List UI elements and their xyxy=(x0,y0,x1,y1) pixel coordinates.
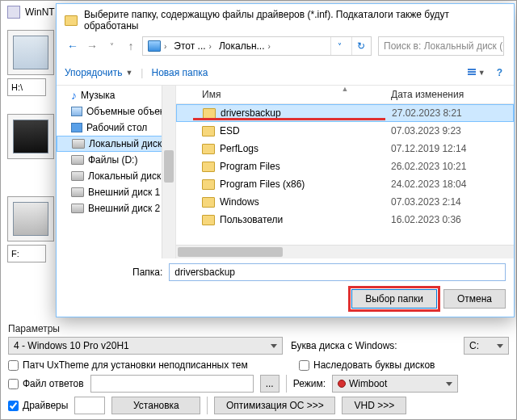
folder-date: 07.03.2023 9:23 xyxy=(385,125,514,136)
organize-button[interactable]: Упорядочить ▼ xyxy=(65,67,132,78)
column-date[interactable]: Дата изменения xyxy=(385,86,514,103)
optimize-button[interactable]: Оптимизация ОС >>> xyxy=(214,397,335,414)
edition-dropdown[interactable]: 4 - Windows 10 Pro v20H1 xyxy=(8,337,283,355)
folder-row[interactable]: Пользователи16.02.2023 0:36 xyxy=(176,211,514,229)
answer-file-input[interactable] xyxy=(90,375,254,393)
folder-icon xyxy=(202,162,215,172)
folder-icon xyxy=(202,197,215,208)
list-scrollbar-horizontal[interactable] xyxy=(176,245,514,258)
nav-recent-button[interactable]: ˅ xyxy=(103,38,120,54)
tree-item[interactable]: ♪Музыка xyxy=(57,87,175,103)
folder-row[interactable]: ESD07.03.2023 9:23 xyxy=(176,122,514,140)
folder-field-label: Папка: xyxy=(65,267,162,278)
drive-letter-label: Буква диска с Windows: xyxy=(291,340,397,351)
drivers-checkbox[interactable]: Драйверы xyxy=(8,400,68,411)
uxtheme-checkbox[interactable]: Патч UxTheme для установки неподписанных… xyxy=(8,359,248,371)
device-drive2-dropdown[interactable]: F: xyxy=(7,245,46,262)
app-icon xyxy=(7,6,20,19)
tree-item-label: Файлы (D:) xyxy=(88,154,137,166)
folder-icon xyxy=(202,179,215,190)
tree-item-label: Локальный диск ( xyxy=(88,170,167,182)
device-drive-dropdown[interactable]: H:\ xyxy=(7,78,46,96)
tree-item[interactable]: Внешний диск 2 ( xyxy=(57,200,175,216)
folder-name: PerfLogs xyxy=(220,143,258,154)
cancel-button[interactable]: Отмена xyxy=(443,289,506,309)
folder-name: Program Files (x86) xyxy=(220,178,305,190)
folder-row[interactable]: Program Files (x86)24.02.2023 18:04 xyxy=(176,175,514,193)
drive-icon xyxy=(72,139,85,149)
tree-item-label: Внешний диск 2 ( xyxy=(88,203,166,214)
folder-row[interactable]: PerfLogs07.12.2019 12:14 xyxy=(176,140,514,158)
folder-name: Windows xyxy=(220,196,259,208)
folder-name: Пользователи xyxy=(220,214,283,225)
vhd-button[interactable]: VHD >>> xyxy=(342,397,406,414)
tree-item[interactable]: Локальный диск ( xyxy=(57,136,175,152)
nav-up-button[interactable]: ↑ xyxy=(123,38,139,54)
folder-date: 26.02.2023 10:21 xyxy=(385,161,514,172)
tree-item[interactable]: Рабочий стол xyxy=(57,120,175,136)
select-folder-button[interactable]: Выбор папки xyxy=(351,289,437,309)
folder-icon xyxy=(202,215,215,225)
drive-icon xyxy=(71,155,84,165)
new-folder-button[interactable]: Новая папка xyxy=(151,67,208,78)
folder-icon xyxy=(203,108,216,119)
device-removable-card[interactable] xyxy=(7,30,54,75)
breadcrumb-drive[interactable]: Локальн...› xyxy=(216,39,275,53)
search-input[interactable]: Поиск в: Локальный диск (C:) xyxy=(378,36,504,56)
mode-dropdown[interactable]: Wimboot xyxy=(332,375,458,393)
folder-row[interactable]: Program Files26.02.2023 10:21 xyxy=(176,158,514,175)
parent-title: WinNT xyxy=(25,6,55,18)
highlight-underline xyxy=(193,118,385,120)
answer-file-browse-button[interactable]: ... xyxy=(260,375,280,393)
folder-name: ESD xyxy=(220,125,240,136)
refresh-button[interactable]: ↻ xyxy=(351,36,369,56)
drivers-input[interactable] xyxy=(74,397,105,414)
folder-name: Program Files xyxy=(220,161,280,172)
parameters-panel: Параметры 4 - Windows 10 Pro v20H1 Буква… xyxy=(0,320,517,420)
sort-indicator-icon: ▲ xyxy=(342,86,349,93)
tree-item-label: Локальный диск ( xyxy=(89,138,168,149)
tree-item-label: Музыка xyxy=(81,90,115,101)
folder-date: 07.12.2019 12:14 xyxy=(385,143,514,154)
column-name[interactable]: Имя xyxy=(176,86,385,103)
drive-icon xyxy=(71,171,84,181)
breadcrumb-dropdown-button[interactable]: ˅ xyxy=(330,36,348,56)
tree-item-label: Рабочий стол xyxy=(86,122,147,133)
nav-tree[interactable]: ♪МузыкаОбъемные объекРабочий столЛокальн… xyxy=(57,86,176,258)
parameters-label: Параметры xyxy=(8,323,509,334)
folder-date: 07.03.2023 2:14 xyxy=(385,196,514,208)
device-floppy-card[interactable] xyxy=(7,114,54,159)
folder-icon xyxy=(202,126,215,136)
tree-scrollbar[interactable] xyxy=(162,86,175,258)
nav-back-button[interactable]: ← xyxy=(65,38,81,54)
mode-label: Режим: xyxy=(293,378,326,389)
folder-icon xyxy=(65,15,78,26)
tree-item[interactable]: Файлы (D:) xyxy=(57,152,175,168)
breadcrumb[interactable]: › Этот ...› Локальн...› ˅ ↻ xyxy=(142,36,372,56)
cube-icon xyxy=(71,107,82,116)
inherit-letters-checkbox[interactable]: Наследовать буквы дисков xyxy=(299,359,509,371)
answer-file-checkbox[interactable]: Файл ответов xyxy=(8,378,84,389)
view-mode-button[interactable]: ▼ xyxy=(464,67,489,78)
install-button[interactable]: Установка xyxy=(111,397,200,414)
folder-row[interactable]: driversbackup27.02.2023 8:21 xyxy=(176,104,514,122)
device-cd-card[interactable] xyxy=(7,196,54,242)
tree-item[interactable]: Локальный диск ( xyxy=(57,168,175,184)
folder-picker-dialog: Выберите папку, содержащую файлы драйвер… xyxy=(56,3,515,317)
drive-icon xyxy=(71,187,84,197)
dialog-title: Выберите папку, содержащую файлы драйвер… xyxy=(57,4,514,35)
drive-letter-dropdown[interactable]: C: xyxy=(464,337,509,355)
breadcrumb-pc[interactable]: Этот ...› xyxy=(170,39,216,53)
folder-icon xyxy=(202,144,215,154)
folder-row[interactable]: Windows07.03.2023 2:14 xyxy=(176,193,514,211)
music-icon: ♪ xyxy=(71,90,77,101)
tree-item[interactable]: Внешний диск 1 ( xyxy=(57,184,175,200)
file-list: ▲ Имя Дата изменения driversbackup27.02.… xyxy=(176,86,514,258)
toolbar: Упорядочить ▼ | Новая папка ▼ ? xyxy=(57,61,514,86)
nav-forward-button: → xyxy=(84,38,100,54)
red-dot-icon xyxy=(338,380,346,388)
tree-item[interactable]: Объемные объек xyxy=(57,103,175,120)
help-button[interactable]: ? xyxy=(494,65,506,80)
folder-name-input[interactable] xyxy=(169,263,506,281)
pc-icon xyxy=(148,40,161,52)
